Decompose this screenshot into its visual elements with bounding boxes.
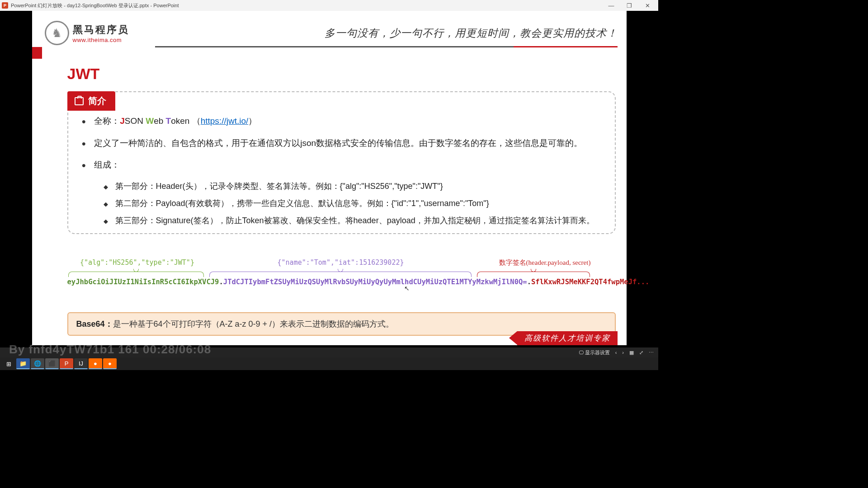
- footer-ribbon: 高级软件人才培训专家: [517, 331, 618, 345]
- taskbar-app[interactable]: 📁: [16, 358, 30, 369]
- header-divider-accent: [514, 46, 618, 47]
- logo: ♞ 黑马程序员 www.itheima.com: [45, 21, 129, 45]
- bullet-definition: 定义了一种简洁的、自包含的格式，用于在通信双方以json数据格式安全的传输信息。…: [82, 137, 601, 150]
- display-settings[interactable]: 🖵 显示器设置: [579, 349, 610, 356]
- content-box: 全称：JSON Web Token （https://jwt.io/） 定义了一…: [67, 91, 616, 234]
- taskbar-chrome[interactable]: 🌐: [31, 358, 44, 369]
- token-signature: SflKxwRJSMeKKF2QT4fwpMeJf...: [531, 278, 649, 286]
- slide-title: JWT: [67, 65, 100, 83]
- annot-signature: 数字签名(header.payload, secret): [474, 258, 616, 267]
- maximize-button[interactable]: ❐: [620, 0, 638, 11]
- bullet-fullname: 全称：JSON Web Token （https://jwt.io/）: [82, 115, 601, 128]
- sub-part1: 第一部分：Header(头），记录令牌类型、签名算法等。例如：{"alg":"H…: [104, 181, 601, 192]
- start-button[interactable]: ⊞: [2, 358, 15, 369]
- taskbar-app3[interactable]: ●: [89, 358, 102, 369]
- slide-stage: ♞ 黑马程序员 www.itheima.com 多一句没有，少一句不行，用更短时…: [0, 11, 658, 347]
- slide: ♞ 黑马程序员 www.itheima.com 多一句没有，少一句不行，用更短时…: [32, 11, 627, 345]
- window-titlebar: P PowerPoint 幻灯片放映 - day12-SpringBootWeb…: [0, 0, 658, 11]
- next-slide-button[interactable]: ›: [622, 350, 624, 355]
- sub-part2: 第二部分：Payload(有效载荷），携带一些自定义信息、默认信息等。例如：{"…: [104, 198, 601, 209]
- taskbar-intellij[interactable]: IJ: [74, 358, 88, 369]
- zoom-icon[interactable]: ⤢: [639, 350, 643, 356]
- prev-slide-button[interactable]: ‹: [615, 350, 617, 355]
- bullet-compose: 组成：: [82, 159, 601, 172]
- jwt-io-link[interactable]: https://jwt.io/: [201, 116, 249, 126]
- sub-part3: 第三部分：Signature(签名），防止Token被篡改、确保安全性。将hea…: [104, 215, 601, 226]
- token-diagram: {"alg":"HS256","type":"JWT"} {"name":"To…: [67, 258, 616, 286]
- view-icon[interactable]: ▦: [629, 350, 634, 356]
- close-button[interactable]: ✕: [638, 0, 656, 11]
- taskbar-app4[interactable]: ●: [103, 358, 117, 369]
- section-tab: 简介: [67, 91, 115, 111]
- video-overlay-text: By fnfd4yTW71b1 161 00:28/06:08: [9, 343, 211, 357]
- slogan: 多一句没有，少一句不行，用更短时间，教会更实用的技术！: [325, 26, 618, 40]
- taskbar-powerpoint[interactable]: P: [60, 358, 73, 369]
- annot-header: {"alg":"HS256","type":"JWT"}: [67, 258, 208, 267]
- id-card-icon: [75, 97, 84, 105]
- taskbar-app2[interactable]: ⬛: [45, 358, 59, 369]
- annot-payload: {"name":"Tom","iat":1516239022}: [208, 258, 474, 267]
- more-icon[interactable]: ⋯: [649, 350, 654, 356]
- window-title: PowerPoint 幻灯片放映 - day12-SpringBootWeb 登…: [11, 2, 179, 9]
- token-string: eyJhbGciOiJIUzI1NiIsInR5cCI6IkpXVCJ9.JTd…: [67, 278, 616, 286]
- logo-name: 黑马程序员: [73, 23, 129, 37]
- powerpoint-icon: P: [2, 2, 8, 9]
- minimize-button[interactable]: —: [602, 0, 620, 11]
- logo-icon: ♞: [45, 21, 69, 45]
- logo-url: www.itheima.com: [73, 37, 129, 43]
- slide-header: ♞ 黑马程序员 www.itheima.com 多一句没有，少一句不行，用更短时…: [45, 19, 618, 47]
- section-tab-label: 简介: [88, 95, 106, 107]
- token-header: eyJhbGciOiJIUzI1NiIsInR5cCI6IkpXVCJ9: [67, 278, 219, 286]
- windows-taskbar[interactable]: ⊞ 📁 🌐 ⬛ P IJ ● ●: [0, 357, 658, 370]
- token-payload: JTdCJTIybmFtZSUyMiUzQSUyMlRvbSUyMiUyQyUy…: [223, 278, 527, 286]
- side-accent: [32, 47, 42, 59]
- mouse-cursor-icon: ↖: [404, 285, 410, 292]
